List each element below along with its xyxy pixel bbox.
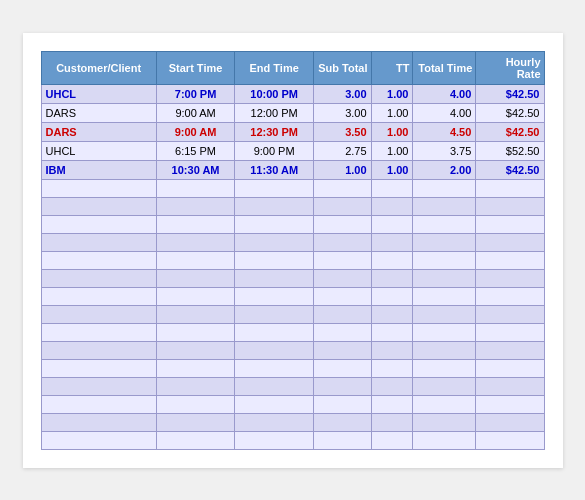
table-cell[interactable]: 3.75 (413, 141, 476, 160)
table-cell[interactable] (156, 359, 235, 377)
table-cell[interactable]: 3.00 (313, 103, 371, 122)
table-cell[interactable]: DARS (41, 103, 156, 122)
table-cell[interactable] (313, 377, 371, 395)
table-cell[interactable] (41, 323, 156, 341)
table-cell[interactable] (313, 359, 371, 377)
table-cell[interactable] (235, 215, 314, 233)
table-cell[interactable] (476, 215, 544, 233)
table-cell[interactable] (476, 179, 544, 197)
table-cell[interactable] (235, 269, 314, 287)
table-cell[interactable] (371, 251, 413, 269)
table-cell[interactable] (313, 431, 371, 449)
table-cell[interactable]: 11:30 AM (235, 160, 314, 179)
table-cell[interactable]: 12:00 PM (235, 103, 314, 122)
table-cell[interactable] (413, 287, 476, 305)
table-cell[interactable] (313, 323, 371, 341)
table-cell[interactable] (413, 251, 476, 269)
table-cell[interactable]: 10:00 PM (235, 84, 314, 103)
table-cell[interactable] (41, 287, 156, 305)
table-cell[interactable]: $42.50 (476, 84, 544, 103)
table-cell[interactable]: 3.50 (313, 122, 371, 141)
table-cell[interactable] (41, 197, 156, 215)
table-cell[interactable] (476, 395, 544, 413)
table-cell[interactable] (371, 359, 413, 377)
table-cell[interactable] (156, 251, 235, 269)
table-cell[interactable] (156, 395, 235, 413)
table-cell[interactable]: DARS (41, 122, 156, 141)
table-cell[interactable] (371, 197, 413, 215)
table-cell[interactable]: 2.75 (313, 141, 371, 160)
table-cell[interactable] (313, 233, 371, 251)
table-cell[interactable]: 7:00 PM (156, 84, 235, 103)
table-cell[interactable] (371, 395, 413, 413)
table-cell[interactable] (313, 413, 371, 431)
table-cell[interactable]: 9:00 AM (156, 122, 235, 141)
table-cell[interactable] (371, 233, 413, 251)
table-cell[interactable] (235, 431, 314, 449)
table-cell[interactable] (41, 215, 156, 233)
table-cell[interactable] (476, 359, 544, 377)
table-cell[interactable] (413, 233, 476, 251)
table-cell[interactable] (313, 305, 371, 323)
table-cell[interactable] (371, 323, 413, 341)
table-cell[interactable] (313, 395, 371, 413)
table-cell[interactable] (413, 323, 476, 341)
table-cell[interactable] (476, 377, 544, 395)
table-cell[interactable]: 6:15 PM (156, 141, 235, 160)
table-cell[interactable]: 2.00 (413, 160, 476, 179)
table-cell[interactable]: $42.50 (476, 103, 544, 122)
table-cell[interactable] (41, 377, 156, 395)
table-cell[interactable] (235, 377, 314, 395)
table-cell[interactable] (41, 233, 156, 251)
table-cell[interactable] (476, 269, 544, 287)
table-cell[interactable]: IBM (41, 160, 156, 179)
table-cell[interactable]: $42.50 (476, 160, 544, 179)
table-cell[interactable]: UHCL (41, 141, 156, 160)
table-cell[interactable] (476, 323, 544, 341)
table-cell[interactable] (156, 377, 235, 395)
table-cell[interactable] (156, 215, 235, 233)
table-cell[interactable] (413, 413, 476, 431)
table-cell[interactable] (235, 413, 314, 431)
table-cell[interactable]: 1.00 (371, 84, 413, 103)
table-cell[interactable] (371, 179, 413, 197)
table-cell[interactable] (156, 287, 235, 305)
table-cell[interactable] (413, 359, 476, 377)
table-cell[interactable] (413, 215, 476, 233)
table-cell[interactable]: 1.00 (313, 160, 371, 179)
table-cell[interactable] (476, 305, 544, 323)
table-cell[interactable] (371, 413, 413, 431)
table-cell[interactable] (235, 287, 314, 305)
table-cell[interactable] (41, 413, 156, 431)
table-cell[interactable]: $52.50 (476, 141, 544, 160)
table-cell[interactable] (41, 305, 156, 323)
table-cell[interactable] (41, 269, 156, 287)
table-cell[interactable] (476, 431, 544, 449)
table-cell[interactable] (413, 197, 476, 215)
table-cell[interactable] (235, 395, 314, 413)
table-cell[interactable] (313, 287, 371, 305)
table-cell[interactable]: 1.00 (371, 103, 413, 122)
table-cell[interactable] (235, 341, 314, 359)
table-cell[interactable] (235, 323, 314, 341)
table-cell[interactable] (371, 431, 413, 449)
table-cell[interactable] (313, 341, 371, 359)
table-cell[interactable]: 12:30 PM (235, 122, 314, 141)
table-cell[interactable]: 1.00 (371, 160, 413, 179)
table-cell[interactable] (371, 305, 413, 323)
table-cell[interactable] (413, 377, 476, 395)
table-cell[interactable] (413, 341, 476, 359)
table-cell[interactable] (413, 395, 476, 413)
table-cell[interactable] (371, 287, 413, 305)
table-cell[interactable] (156, 341, 235, 359)
table-cell[interactable] (413, 305, 476, 323)
table-cell[interactable] (156, 413, 235, 431)
table-cell[interactable]: 9:00 PM (235, 141, 314, 160)
table-cell[interactable] (41, 395, 156, 413)
table-cell[interactable] (41, 179, 156, 197)
table-cell[interactable]: $42.50 (476, 122, 544, 141)
table-cell[interactable]: UHCL (41, 84, 156, 103)
table-cell[interactable] (313, 269, 371, 287)
table-cell[interactable] (156, 179, 235, 197)
table-cell[interactable] (156, 323, 235, 341)
